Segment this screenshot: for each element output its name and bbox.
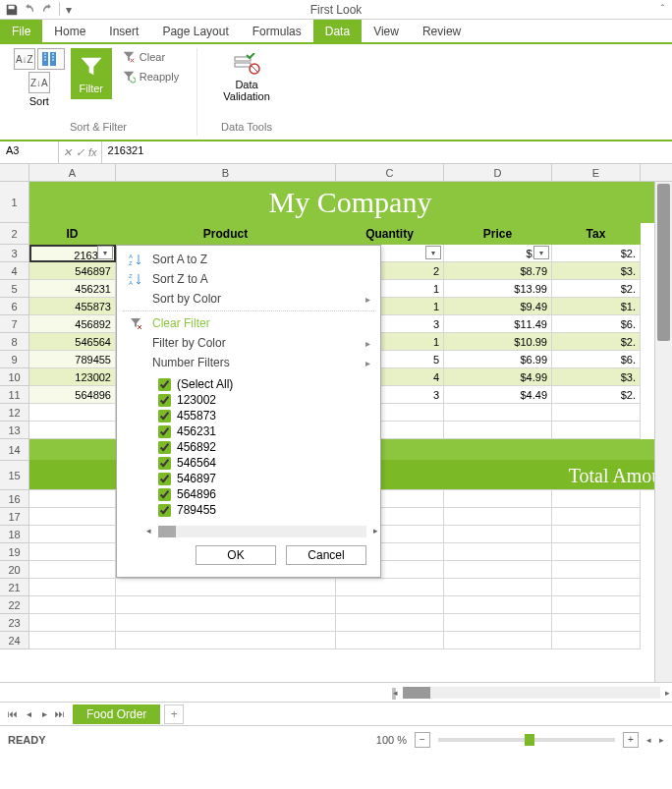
cell[interactable] bbox=[552, 422, 641, 439]
cell-price[interactable]: $4.99 bbox=[444, 368, 552, 386]
undo-icon[interactable] bbox=[22, 2, 37, 18]
filter-check-item[interactable]: 456892 bbox=[158, 439, 380, 455]
cell[interactable] bbox=[336, 596, 444, 614]
sheet-nav-first-icon[interactable]: ⏮ bbox=[6, 708, 20, 719]
cell[interactable] bbox=[444, 561, 552, 579]
filter-button[interactable]: Filter bbox=[71, 48, 112, 99]
row-header-3[interactable]: 3 bbox=[0, 245, 29, 262]
name-box[interactable]: A3 bbox=[0, 141, 59, 163]
zoom-in-button[interactable]: + bbox=[623, 732, 639, 748]
vertical-scrollbar[interactable] bbox=[654, 182, 672, 682]
row-header-4[interactable]: 4 bbox=[0, 262, 29, 280]
select-all-corner[interactable] bbox=[0, 164, 29, 181]
tab-page-layout[interactable]: Page Layout bbox=[150, 20, 240, 42]
cell[interactable] bbox=[336, 579, 444, 596]
number-filters-item[interactable]: Number Filters bbox=[117, 353, 380, 372]
cell[interactable] bbox=[444, 596, 552, 614]
sheet-tab-food-order[interactable]: Food Order bbox=[73, 704, 160, 724]
cell-price[interactable]: $4.49 bbox=[444, 386, 552, 404]
cell[interactable] bbox=[29, 632, 116, 649]
cell-tax[interactable]: $6. bbox=[552, 315, 641, 333]
cell[interactable] bbox=[29, 490, 116, 508]
cell[interactable] bbox=[116, 632, 336, 649]
filter-handle-quantity[interactable]: ▾ bbox=[425, 246, 441, 259]
filter-cancel-button[interactable]: Cancel bbox=[286, 545, 366, 565]
row-header-19[interactable]: 19 bbox=[0, 543, 29, 561]
filter-check-item[interactable]: 123002 bbox=[158, 392, 380, 408]
cell[interactable] bbox=[552, 596, 641, 614]
cell[interactable] bbox=[29, 561, 116, 579]
cell[interactable] bbox=[444, 614, 552, 632]
cell[interactable] bbox=[552, 543, 641, 561]
tab-file[interactable]: File bbox=[0, 20, 42, 42]
cell[interactable] bbox=[116, 596, 336, 614]
filter-check-item[interactable]: 546564 bbox=[158, 455, 380, 471]
cell-tax[interactable]: $3. bbox=[552, 368, 641, 386]
cell[interactable] bbox=[29, 579, 116, 596]
cell-id[interactable]: 455873 bbox=[29, 298, 116, 315]
cell[interactable] bbox=[552, 632, 641, 649]
row-header-2[interactable]: 2 bbox=[0, 223, 29, 245]
col-header-c[interactable]: C bbox=[336, 164, 444, 181]
row-header-22[interactable]: 22 bbox=[0, 596, 29, 614]
qat-dropdown-icon[interactable]: ▾ bbox=[64, 2, 74, 18]
filter-check-select-all[interactable]: (Select All) bbox=[158, 376, 380, 392]
cell-price[interactable]: $9.49 bbox=[444, 298, 552, 315]
clear-filter-button[interactable]: Clear bbox=[118, 48, 183, 66]
sheet-nav-prev-icon[interactable]: ◂ bbox=[22, 708, 35, 719]
cell[interactable] bbox=[444, 508, 552, 526]
sort-az-item[interactable]: AZ Sort A to Z bbox=[117, 250, 380, 269]
save-icon[interactable] bbox=[4, 2, 20, 18]
cell-price[interactable]: $8.79 bbox=[444, 262, 552, 280]
cell-id[interactable]: 789455 bbox=[29, 351, 116, 368]
filter-check-item[interactable]: 564896 bbox=[158, 486, 380, 502]
col-header-e[interactable]: E bbox=[552, 164, 641, 181]
row-header-16[interactable]: 16 bbox=[0, 490, 29, 508]
cell-price[interactable]: $6.99 bbox=[444, 351, 552, 368]
cell[interactable] bbox=[552, 614, 641, 632]
cell-tax[interactable]: $1. bbox=[552, 298, 641, 315]
cell-price[interactable]: $10.99 bbox=[444, 333, 552, 351]
row-header-18[interactable]: 18 bbox=[0, 526, 29, 543]
row-header-14[interactable]: 14 bbox=[0, 439, 29, 461]
cell-tax[interactable]: $3. bbox=[552, 262, 641, 280]
cell-id[interactable]: 546564 bbox=[29, 333, 116, 351]
cell[interactable] bbox=[552, 526, 641, 543]
cell-id[interactable]: 564896 bbox=[29, 386, 116, 404]
formula-input[interactable]: 216321 bbox=[102, 141, 672, 163]
cell[interactable] bbox=[444, 579, 552, 596]
row-header-13[interactable]: 13 bbox=[0, 422, 29, 439]
filter-popup-hscroll[interactable] bbox=[158, 526, 366, 537]
cell-id[interactable]: 546897 bbox=[29, 262, 116, 280]
row-header-15[interactable]: 15 bbox=[0, 461, 29, 490]
filter-by-color-item[interactable]: Filter by Color bbox=[117, 333, 380, 353]
row-header-9[interactable]: 9 bbox=[0, 351, 29, 368]
cell-id[interactable]: 456231 bbox=[29, 280, 116, 298]
cell[interactable] bbox=[29, 508, 116, 526]
cell[interactable] bbox=[29, 404, 116, 422]
row-header-8[interactable]: 8 bbox=[0, 333, 29, 351]
cell[interactable] bbox=[444, 526, 552, 543]
row-header-5[interactable]: 5 bbox=[0, 280, 29, 298]
row-header-24[interactable]: 24 bbox=[0, 632, 29, 649]
filter-check-item[interactable]: 455873 bbox=[158, 408, 380, 423]
filter-handle-id[interactable]: ▾ bbox=[97, 246, 113, 259]
sheet-nav-last-icon[interactable]: ⏭ bbox=[53, 708, 67, 719]
cell-price[interactable]: $13.99 bbox=[444, 280, 552, 298]
tab-formulas[interactable]: Formulas bbox=[241, 20, 313, 42]
cell[interactable] bbox=[29, 526, 116, 543]
tab-data[interactable]: Data bbox=[313, 20, 362, 42]
cell-id[interactable]: 123002 bbox=[29, 368, 116, 386]
horizontal-scrollbar[interactable] bbox=[403, 687, 660, 699]
sort-by-color-item[interactable]: Sort by Color bbox=[117, 289, 380, 309]
cell-tax[interactable]: $6. bbox=[552, 351, 641, 368]
zoom-slider[interactable] bbox=[438, 738, 615, 742]
cell[interactable] bbox=[116, 579, 336, 596]
cell[interactable] bbox=[444, 543, 552, 561]
cell-tax[interactable]: $2. bbox=[552, 245, 641, 262]
cell[interactable] bbox=[552, 579, 641, 596]
cell[interactable] bbox=[444, 422, 552, 439]
row-header-7[interactable]: 7 bbox=[0, 315, 29, 333]
filter-ok-button[interactable]: OK bbox=[196, 545, 276, 565]
accept-formula-icon[interactable]: ✓ bbox=[76, 146, 84, 159]
